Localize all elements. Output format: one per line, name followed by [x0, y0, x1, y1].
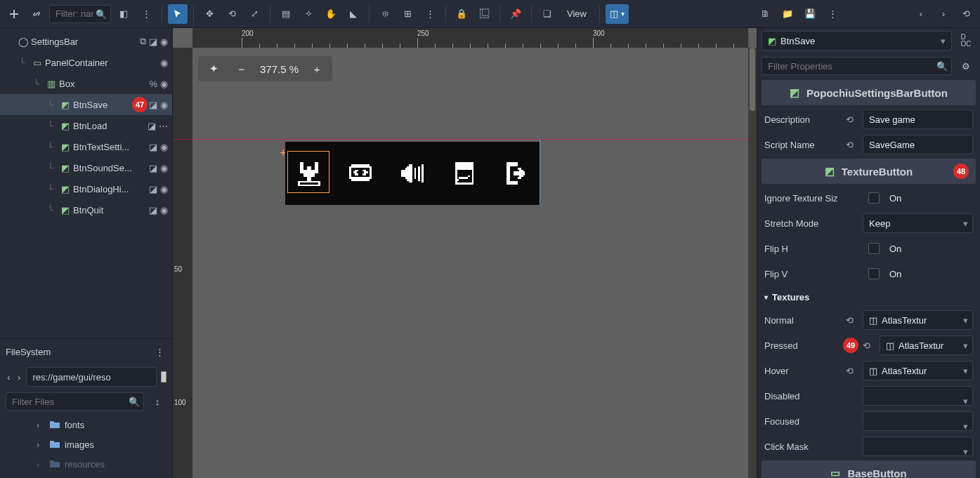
script-icon[interactable]: ◪	[148, 121, 156, 131]
script-icon[interactable]: ◪	[149, 100, 157, 110]
script-icon[interactable]: ◪	[149, 163, 157, 173]
zoom-in-icon[interactable]: +	[307, 59, 327, 79]
pin-icon[interactable]: 📌	[506, 4, 525, 24]
snap-more-icon[interactable]: ⋮	[420, 4, 440, 24]
prop-resource-empty[interactable]: ▾	[863, 437, 973, 456]
prop-checkbox[interactable]: On	[863, 239, 973, 258]
prop-checkbox[interactable]: On	[863, 188, 973, 208]
scale-tool-icon[interactable]: ⤢	[244, 4, 264, 24]
fs-item-images[interactable]: › images	[6, 434, 172, 454]
ruler-tool-icon[interactable]: ◣	[344, 4, 363, 24]
reset-icon[interactable]: ⟲	[846, 366, 858, 376]
prop-resource[interactable]: ◫ AtlasTextur▾	[863, 310, 973, 330]
rotate-tool-icon[interactable]: ⟲	[222, 4, 242, 24]
inspector-settings-icon[interactable]: ⚙	[956, 56, 976, 76]
fs-back-icon[interactable]: ‹	[6, 368, 12, 386]
new-resource-icon[interactable]: 🗎	[755, 4, 775, 24]
scene-more-icon[interactable]: ⋮	[136, 4, 156, 24]
tree-node-box[interactable]: └ ▥ Box%◉	[0, 73, 172, 94]
reset-icon[interactable]: ⟲	[863, 340, 875, 351]
fs-item-resources[interactable]: › resources	[6, 454, 172, 474]
prop-checkbox[interactable]: On	[863, 264, 973, 284]
prop-resource-empty[interactable]: ▾	[863, 411, 973, 431]
more-icon[interactable]: ⋯	[159, 121, 168, 131]
script-icon[interactable]: ◪	[149, 36, 157, 47]
fs-path-input[interactable]	[26, 367, 157, 387]
class-header-basebutton[interactable]: ▭BaseButton	[762, 460, 976, 478]
tree-node-panelcontainer[interactable]: └ ▭ PanelContainer◉	[0, 52, 172, 73]
move-tool-icon[interactable]: ✥	[200, 4, 219, 24]
reset-icon[interactable]: ⟲	[846, 114, 858, 125]
scene-tool-a-icon[interactable]: ◧	[114, 4, 133, 24]
viewport[interactable]: 200250300350 50100 ✦ − 377.5 % + +	[173, 28, 757, 478]
fs-item-fonts[interactable]: › fonts	[6, 415, 172, 434]
prop-value-input[interactable]: SaveGame	[863, 135, 973, 154]
script-icon[interactable]: ◪	[149, 142, 157, 152]
fs-path-square-icon[interactable]	[161, 371, 166, 383]
save-resource-icon[interactable]: 💾	[800, 4, 820, 24]
eye-icon[interactable]: ◉	[160, 184, 168, 194]
add-node-icon[interactable]	[4, 4, 24, 24]
script-icon[interactable]: ◪	[149, 205, 157, 215]
smart-tool-icon[interactable]: ✧	[299, 4, 318, 24]
tree-node-btnsoundse[interactable]: └ ◩ BtnSoundSe...◪◉	[0, 157, 172, 178]
zoom-fit-icon[interactable]: ✦	[204, 59, 223, 79]
inst-icon[interactable]: ⧉	[140, 36, 146, 47]
prop-resource[interactable]: ◫ AtlasTextur▾	[863, 361, 973, 380]
prop-resource[interactable]: ◫ AtlasTextur▾	[880, 336, 973, 355]
tree-node-settingsbar[interactable]: ◯ SettingsBar⧉◪◉	[0, 31, 172, 52]
tree-node-btntextsetti[interactable]: └ ◩ BtnTextSetti...◪◉	[0, 136, 172, 157]
group-icon[interactable]: ⿺	[474, 4, 494, 24]
prop-description: Description⟲Save game	[757, 107, 980, 132]
pct-icon[interactable]: %	[149, 79, 157, 89]
eye-icon[interactable]: ◉	[160, 36, 168, 47]
fs-filter-input[interactable]	[6, 392, 144, 411]
chevron-down-icon: ▾	[941, 36, 946, 46]
fs-sort-icon[interactable]: ↕	[148, 392, 166, 411]
eye-icon[interactable]: ◉	[160, 100, 168, 110]
eye-icon[interactable]: ◉	[160, 58, 168, 68]
nav-fwd-icon[interactable]: ›	[934, 4, 953, 24]
node-type-icon: ◩	[59, 163, 72, 173]
class-header-texturebutton[interactable]: ◩TextureButton48	[762, 159, 976, 184]
category-textures[interactable]: ▾Textures	[757, 286, 980, 307]
list-tool-icon[interactable]: ▤	[276, 4, 296, 24]
reset-icon[interactable]: ⟲	[846, 140, 858, 150]
view-menu[interactable]: View	[560, 8, 594, 19]
script-icon[interactable]: ◪	[149, 184, 157, 194]
pan-tool-icon[interactable]: ✋	[321, 4, 341, 24]
prop-dropdown[interactable]: Keep▾	[863, 213, 973, 233]
load-resource-icon[interactable]: 📁	[778, 4, 797, 24]
prop-label: Hover	[764, 366, 842, 376]
inspector-more-icon[interactable]: ⋮	[823, 4, 842, 24]
fs-split-icon[interactable]: ⋮	[152, 345, 166, 359]
eye-icon[interactable]: ◉	[160, 79, 168, 89]
reset-icon[interactable]: ⟲	[846, 315, 858, 326]
prop-resource-empty[interactable]: ▾	[863, 386, 973, 406]
eye-icon[interactable]: ◉	[160, 142, 168, 152]
history-icon[interactable]: ⟲	[956, 4, 976, 24]
tree-node-btnload[interactable]: └ ◩ BtnLoad◪⋯	[0, 115, 172, 136]
class-header-popochiusettingsbarbutton[interactable]: ◩PopochiuSettingsBarButton	[762, 80, 976, 105]
nav-back-icon[interactable]: ‹	[911, 4, 931, 24]
prop-value-input[interactable]: Save game	[863, 109, 973, 129]
zoom-out-icon[interactable]: −	[232, 59, 251, 79]
grid-snap-dropdown[interactable]: ◫ ▾	[606, 4, 629, 24]
inspector-node-picker[interactable]: ◩ BtnSave ▾	[762, 31, 952, 51]
docs-icon[interactable]: DOC	[956, 31, 976, 51]
tree-node-btnsave[interactable]: └ ◩ BtnSave47◪◉	[0, 94, 172, 115]
fs-fwd-icon[interactable]: ›	[16, 368, 22, 386]
tree-node-btnquit[interactable]: └ ◩ BtnQuit◪◉	[0, 199, 172, 220]
viewport-scrollbar[interactable]	[748, 48, 757, 478]
eye-icon[interactable]: ◉	[160, 205, 168, 215]
lock-icon[interactable]: 🔒	[452, 4, 471, 24]
zoom-level[interactable]: 377.5 %	[260, 63, 299, 75]
link-icon[interactable]	[27, 4, 46, 24]
snap-grid-icon[interactable]: ⊞	[398, 4, 417, 24]
tree-node-btndialoghi[interactable]: └ ◩ BtnDialogHi...◪◉	[0, 178, 172, 199]
snap-dots-icon[interactable]: ፨	[375, 4, 395, 24]
select-tool-icon[interactable]	[168, 4, 188, 24]
layers-icon[interactable]: ❏	[537, 4, 557, 24]
inspector-filter-input[interactable]	[762, 57, 952, 75]
eye-icon[interactable]: ◉	[160, 163, 168, 173]
